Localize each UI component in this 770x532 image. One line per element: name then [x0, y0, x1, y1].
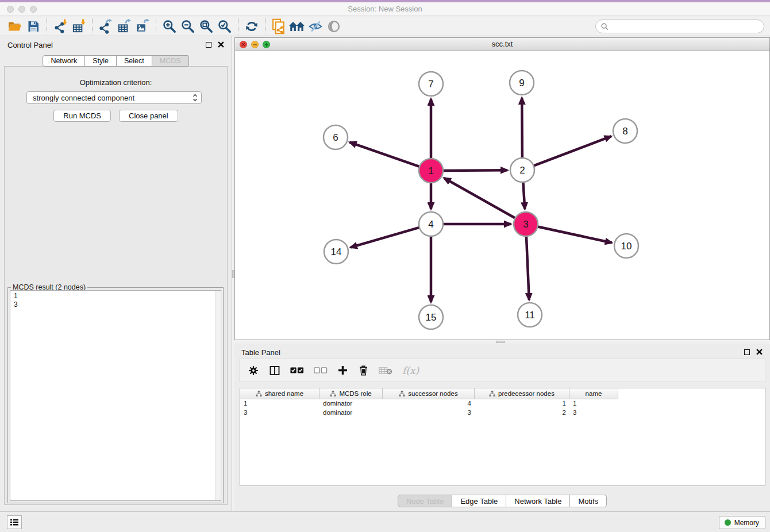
cell-name[interactable]: 3 [569, 408, 618, 418]
graph-node-7[interactable]: 7 [419, 72, 443, 96]
graph-node-10[interactable]: 10 [614, 234, 638, 258]
cell-shared-name[interactable]: 3 [240, 408, 319, 418]
table-row[interactable]: 3 dominator 3 2 3 [240, 408, 765, 418]
graph-node-label: 1 [428, 165, 433, 176]
delete-table-button[interactable] [379, 366, 392, 375]
graph-node-15[interactable]: 15 [419, 305, 443, 329]
graph-node-1[interactable]: 1 [419, 159, 443, 183]
graph-node-11[interactable]: 11 [518, 303, 542, 327]
result-scrollbar[interactable] [215, 291, 220, 500]
float-table-panel-button[interactable] [744, 349, 750, 355]
graph-node-4[interactable]: 4 [419, 212, 443, 236]
export-image-button[interactable] [133, 18, 152, 35]
cell-predecessor-nodes[interactable]: 1 [475, 399, 569, 408]
cell-successor-nodes[interactable]: 4 [383, 399, 475, 408]
mcds-panel-body: Optimization criterion: strongly connect… [4, 66, 228, 505]
zoom-fit-button[interactable] [197, 18, 215, 35]
export-table-button[interactable] [115, 18, 133, 35]
graph-node-3[interactable]: 3 [514, 212, 538, 236]
graph-edge-1-6[interactable] [350, 142, 421, 167]
duplicate-network-button[interactable] [270, 18, 288, 35]
graph-node-label: 10 [621, 241, 632, 252]
tab-edge-table[interactable]: Edge Table [452, 495, 506, 507]
column-header-mcds-role[interactable]: MCDS role [319, 388, 383, 399]
split-columns-icon [269, 365, 280, 376]
function-builder-button[interactable]: f(x) [402, 365, 419, 376]
mcds-result-textarea[interactable]: 1 3 [10, 290, 221, 501]
control-panel: Control Panel Network Style Select MCDS … [0, 36, 232, 511]
graph-edge-1-2[interactable] [442, 170, 507, 171]
import-network-button[interactable] [51, 18, 70, 35]
tab-node-table[interactable]: Node Table [398, 495, 453, 507]
node-table[interactable]: shared name MCDS role successor nodes pr… [240, 388, 765, 486]
tab-motifs[interactable]: Motifs [570, 495, 607, 507]
graph-edge-2-9[interactable] [522, 98, 522, 159]
search-field[interactable] [595, 20, 764, 33]
home-button[interactable] [288, 18, 306, 35]
graph-edge-2-3[interactable] [523, 182, 525, 209]
close-panel-icon[interactable] [218, 41, 224, 48]
criterion-dropdown[interactable]: strongly connected component [26, 91, 202, 104]
open-session-button[interactable] [6, 18, 24, 35]
cell-mcds-role[interactable]: dominator [319, 408, 383, 418]
hide-details-button[interactable] [306, 18, 325, 35]
tab-select[interactable]: Select [117, 55, 152, 67]
cell-mcds-role[interactable]: dominator [319, 399, 383, 408]
splitter-grip[interactable] [496, 341, 505, 343]
table-tabs: Node Table Edge Table Network Table Moti… [234, 495, 770, 507]
zoom-out-button[interactable] [179, 18, 197, 35]
graph-node-label: 8 [622, 126, 627, 137]
tab-network-table[interactable]: Network Table [506, 495, 570, 507]
cell-shared-name[interactable]: 1 [240, 399, 319, 408]
app-title: Session: New Session [0, 5, 770, 13]
import-table-button[interactable] [70, 18, 88, 35]
graph-node-8[interactable]: 8 [613, 119, 637, 143]
memory-button[interactable]: Memory [719, 516, 765, 529]
delete-column-button[interactable] [358, 364, 369, 376]
graph-node-9[interactable]: 9 [510, 71, 534, 95]
network-window-title: scc.txt [235, 40, 769, 48]
select-all-button[interactable] [290, 367, 304, 374]
graph-edge-3-11[interactable] [526, 236, 529, 300]
run-mcds-button[interactable]: Run MCDS [53, 110, 111, 122]
add-column-button[interactable] [337, 365, 348, 376]
network-canvas[interactable]: 1234678910111415 [235, 51, 769, 340]
zoom-selected-button[interactable] [215, 18, 234, 35]
close-table-panel-icon[interactable] [756, 349, 763, 355]
column-header-predecessor-nodes[interactable]: predecessor nodes [475, 388, 569, 399]
cell-predecessor-nodes[interactable]: 2 [475, 408, 569, 418]
deselect-all-button[interactable] [314, 367, 328, 374]
show-details-button[interactable] [325, 18, 343, 35]
tab-network[interactable]: Network [43, 55, 85, 67]
graph-edge-2-8[interactable] [533, 136, 611, 166]
tab-mcds[interactable]: MCDS [152, 55, 189, 67]
refresh-button[interactable] [242, 18, 261, 35]
column-header-successor-nodes[interactable]: successor nodes [383, 388, 475, 399]
attribute-icon [399, 391, 405, 397]
tab-style[interactable]: Style [85, 55, 117, 67]
table-settings-button[interactable] [248, 365, 259, 376]
task-history-button[interactable] [7, 515, 22, 529]
graph-node-14[interactable]: 14 [324, 240, 348, 264]
float-panel-button[interactable] [206, 42, 211, 48]
cell-successor-nodes[interactable]: 3 [383, 408, 475, 418]
graph-node-2[interactable]: 2 [510, 158, 534, 182]
graph-node-label: 15 [426, 312, 437, 323]
network-window-titlebar[interactable]: scc.txt [235, 38, 769, 51]
search-input[interactable] [609, 22, 764, 30]
column-header-shared-name[interactable]: shared name [240, 388, 319, 399]
save-session-button[interactable] [24, 18, 43, 35]
graph-edge-4-14[interactable] [351, 228, 420, 248]
graph-node-6[interactable]: 6 [324, 125, 348, 149]
graph-edge-3-1[interactable] [444, 178, 516, 218]
column-view-button[interactable] [269, 365, 280, 376]
column-header-name[interactable]: name [569, 388, 618, 399]
export-network-button[interactable] [97, 18, 115, 35]
close-panel-button[interactable]: Close panel [119, 110, 178, 122]
table-row[interactable]: 1 dominator 4 1 1 [240, 399, 765, 408]
graph-edge-3-10[interactable] [537, 226, 612, 242]
network-graph[interactable]: 1234678910111415 [235, 51, 769, 340]
graph-node-label: 14 [331, 246, 342, 257]
zoom-in-button[interactable] [160, 18, 179, 35]
cell-name[interactable]: 1 [569, 399, 618, 408]
